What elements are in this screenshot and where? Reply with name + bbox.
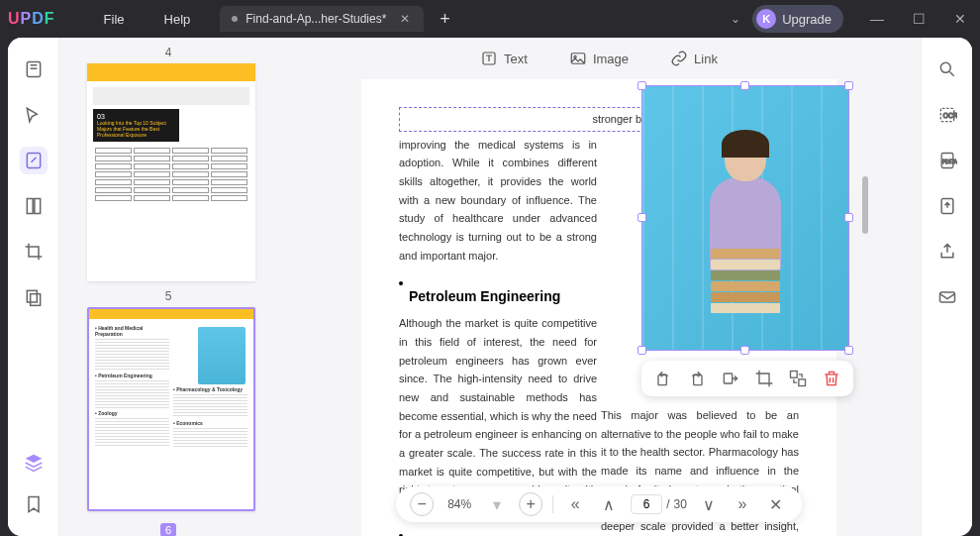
close-icon[interactable]: ✕ [398, 12, 412, 26]
resize-handle[interactable] [844, 81, 853, 90]
page-input[interactable] [631, 494, 662, 514]
document-viewport: Text Image Link stronger bonds, and the … [277, 38, 921, 536]
main-area: 4 03Looking Into the Top 10 Subject Majo… [8, 38, 972, 536]
reader-tool-icon[interactable] [20, 55, 48, 83]
svg-rect-13 [799, 379, 806, 386]
upgrade-button[interactable]: K Upgrade [752, 5, 843, 33]
thumb-label-4: 4 [87, 46, 249, 59]
edit-toolbar: Text Image Link [277, 38, 921, 79]
scrollbar-thumb[interactable] [862, 176, 868, 234]
page-navigation-bar: − 84% ▾ + « ∧ / 30 ∨ » ✕ [396, 486, 802, 522]
edit-tool-icon[interactable] [20, 147, 48, 174]
maximize-icon[interactable]: ☐ [907, 11, 931, 27]
minimize-icon[interactable]: — [865, 11, 889, 27]
svg-rect-20 [939, 292, 954, 302]
thumbnail-page-4[interactable]: 03Looking Into the Top 10 Subject Majors… [87, 63, 255, 281]
svg-rect-0 [27, 62, 40, 77]
rotate-left-icon[interactable] [653, 369, 673, 388]
svg-rect-12 [791, 372, 798, 378]
pages-tool-icon[interactable] [20, 283, 48, 311]
delete-icon[interactable] [822, 369, 841, 388]
rotate-right-icon[interactable] [687, 369, 707, 388]
link-tool[interactable]: Link [670, 50, 718, 67]
email-icon[interactable] [933, 283, 961, 311]
left-toolbar [8, 38, 59, 536]
svg-rect-4 [27, 290, 37, 302]
thumbnails-panel: 4 03Looking Into the Top 10 Subject Majo… [59, 38, 277, 536]
zoom-out-icon[interactable]: − [410, 492, 434, 516]
resize-handle[interactable] [637, 81, 646, 90]
thumb-label-5: 5 [87, 289, 249, 303]
svg-rect-5 [30, 294, 40, 306]
last-page-icon[interactable]: » [731, 492, 754, 516]
close-bar-icon[interactable]: ✕ [764, 492, 788, 516]
resize-handle[interactable] [844, 346, 853, 355]
window-controls: — ☐ ✕ [865, 11, 972, 27]
extract-icon[interactable] [721, 369, 740, 388]
pdfa-icon[interactable]: PDF/A [933, 147, 961, 174]
resize-handle[interactable] [740, 81, 749, 90]
close-window-icon[interactable]: ✕ [948, 11, 972, 27]
page-indicator: / 30 [631, 494, 687, 514]
zoom-in-icon[interactable]: + [519, 492, 542, 516]
image-context-toolbar [641, 361, 853, 396]
right-toolbar: OCR PDF/A [921, 38, 972, 536]
heading-petroleum: Petroleum Engineering [409, 285, 560, 309]
resize-handle[interactable] [637, 346, 646, 355]
selected-image[interactable] [641, 85, 849, 351]
svg-text:PDF/A: PDF/A [942, 159, 957, 164]
resize-handle[interactable] [740, 346, 749, 355]
prev-page-icon[interactable]: ∧ [597, 492, 621, 516]
zoom-dropdown-icon[interactable]: ▾ [485, 492, 509, 516]
thumbnail-page-6[interactable]: • Health and Medical Preparation • Petro… [87, 307, 255, 511]
zoom-level: 84% [443, 497, 475, 511]
crop-image-icon[interactable] [754, 369, 774, 388]
next-page-icon[interactable]: ∨ [697, 492, 721, 516]
app-logo: UPDF [8, 10, 54, 28]
organize-tool-icon[interactable] [20, 192, 48, 220]
layers-icon[interactable] [20, 449, 48, 477]
user-badge: K [756, 9, 776, 29]
search-icon[interactable] [933, 55, 961, 83]
first-page-icon[interactable]: « [563, 492, 587, 516]
titlebar: UPDF File Help Find-and-Ap...her-Studies… [0, 0, 980, 38]
tab-title: Find-and-Ap...her-Studies* [245, 12, 386, 26]
export-icon[interactable] [933, 192, 961, 220]
resize-handle[interactable] [637, 213, 646, 222]
bookmark-icon[interactable] [20, 490, 48, 518]
upgrade-label: Upgrade [782, 12, 832, 27]
add-tab-button[interactable]: + [440, 9, 450, 30]
document-tab[interactable]: Find-and-Ap...her-Studies* ✕ [220, 6, 424, 32]
image-tool[interactable]: Image [569, 50, 629, 67]
replace-icon[interactable] [788, 369, 808, 388]
crop-tool-icon[interactable] [20, 238, 48, 266]
svg-text:OCR: OCR [942, 112, 956, 119]
share-icon[interactable] [933, 238, 961, 266]
thumb-label-6: 6 [160, 523, 176, 536]
menu-file[interactable]: File [84, 12, 145, 27]
text-tool[interactable]: Text [480, 50, 528, 67]
comment-tool-icon[interactable] [20, 101, 48, 129]
svg-point-14 [940, 62, 950, 72]
svg-rect-3 [34, 199, 40, 214]
ocr-icon[interactable]: OCR [933, 101, 961, 129]
chevron-down-icon[interactable]: ⌄ [731, 12, 740, 26]
svg-rect-11 [724, 374, 732, 383]
tab-modified-dot-icon [232, 16, 238, 22]
resize-handle[interactable] [844, 213, 853, 222]
body-text: improving the medical systems is in adop… [399, 136, 597, 266]
svg-rect-2 [27, 199, 33, 214]
menu-help[interactable]: Help [145, 12, 211, 27]
